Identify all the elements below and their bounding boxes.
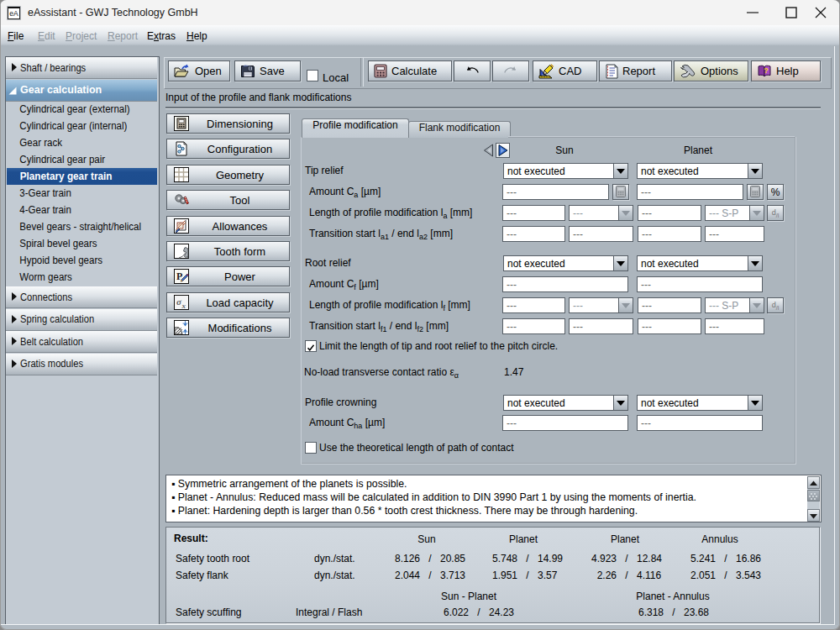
svg-text:?: ?: [764, 66, 769, 75]
svg-text:x: x: [181, 301, 186, 309]
